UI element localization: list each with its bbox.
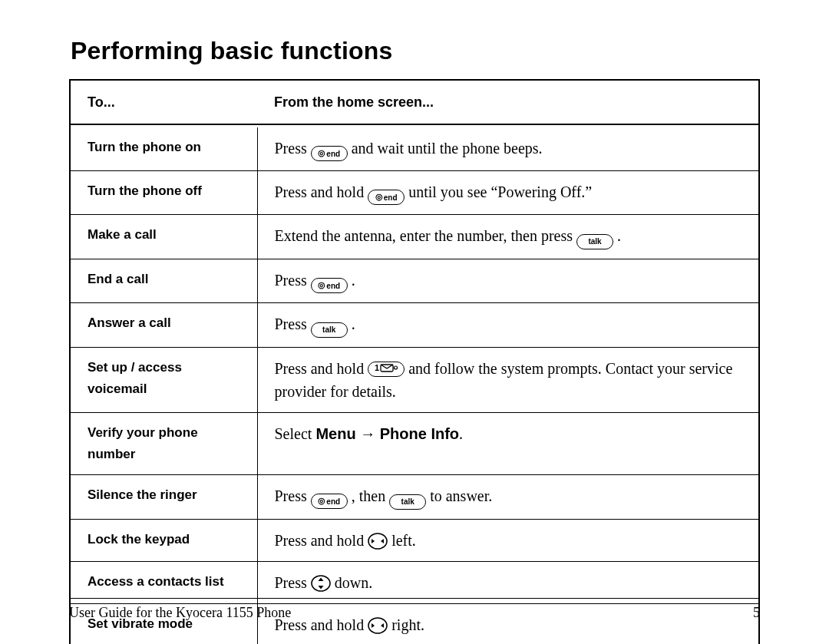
end-key-icon: ◎end [311, 494, 348, 509]
row-label: Turn the phone off [70, 171, 257, 215]
text-pre: Press and hold [275, 360, 368, 377]
text-post: down. [335, 574, 372, 591]
row-label: Answer a call [70, 303, 257, 348]
text-pre: Press [275, 140, 311, 157]
text-pre: Press and hold [275, 183, 368, 200]
text-post: and wait until the phone beeps. [352, 140, 543, 157]
row-desc: Press ◎end and wait until the phone beep… [257, 127, 759, 171]
col-header-to: To... [70, 80, 257, 124]
row-desc: Extend the antenna, enter the number, th… [257, 215, 759, 259]
row-desc: Press talk . [257, 303, 759, 348]
table-header-row: To... From the home screen... [70, 80, 759, 124]
text-post: . [617, 227, 621, 244]
table-row: Set up / access voicemail Press and hold… [70, 348, 759, 413]
table-row: End a call Press ◎end . [70, 259, 759, 303]
table-row: Make a call Extend the antenna, enter th… [70, 215, 759, 259]
voicemail-key-icon: 1 [368, 362, 405, 377]
nav-up-down-icon [311, 575, 331, 592]
text-mid: , then [352, 487, 389, 504]
footer-left: User Guide for the Kyocera 1155 Phone [69, 605, 291, 621]
row-label: Make a call [70, 215, 257, 259]
nav-left-right-icon [368, 533, 388, 550]
document-page: Performing basic functions To... From th… [0, 0, 829, 644]
table-row: Answer a call Press talk . [70, 303, 759, 348]
table-row: Lock the keypad Press and hold left. [70, 520, 759, 562]
end-key-icon: ◎end [311, 146, 348, 161]
talk-key-icon: talk [311, 322, 348, 338]
text-post: . [459, 425, 463, 442]
row-desc: Press ◎end . [257, 259, 759, 303]
row-desc: Press and hold left. [257, 520, 759, 562]
row-label: Turn the phone on [70, 127, 257, 171]
basic-functions-table: To... From the home screen... Turn the p… [69, 79, 760, 644]
text-post: until you see “Powering Off.” [408, 183, 592, 200]
row-label: Lock the keypad [70, 520, 257, 562]
footer-page-number: 5 [753, 605, 760, 621]
text-post: to answer. [430, 487, 492, 504]
row-label: Set up / access voicemail [70, 348, 257, 413]
row-desc: Press and hold 1 and follow the system p… [257, 348, 759, 413]
svg-text:1: 1 [375, 363, 379, 372]
row-label: End a call [70, 259, 257, 303]
text-post: . [352, 315, 355, 332]
text-pre: Extend the antenna, enter the number, th… [275, 227, 577, 244]
row-desc: Press ◎end , then talk to answer. [257, 475, 759, 520]
end-key-icon: ◎end [368, 190, 405, 205]
talk-key-icon: talk [576, 234, 613, 249]
table-row: Verify your phone number Select Menu → P… [70, 413, 759, 475]
page-title: Performing basic functions [71, 37, 760, 65]
row-desc: Press and hold ◎end until you see “Power… [257, 171, 759, 215]
text-pre: Press and hold [275, 532, 368, 549]
text-pre: Press [275, 315, 311, 332]
row-desc: Select Menu → Phone Info. [257, 413, 759, 475]
table-row: Silence the ringer Press ◎end , then tal… [70, 475, 759, 520]
col-header-from: From the home screen... [257, 80, 759, 124]
end-key-icon: ◎end [311, 278, 348, 293]
table-row: Turn the phone off Press and hold ◎end u… [70, 171, 759, 215]
text-pre: Press [275, 272, 311, 289]
row-label: Verify your phone number [70, 413, 257, 475]
row-label: Silence the ringer [70, 475, 257, 520]
text-post: left. [391, 532, 416, 549]
menu-path: Menu → Phone Info [315, 425, 459, 442]
text-pre: Press [275, 487, 311, 504]
page-footer: User Guide for the Kyocera 1155 Phone 5 [69, 598, 760, 621]
text-post: . [352, 272, 355, 289]
svg-point-3 [368, 533, 387, 549]
table-row: Turn the phone on Press ◎end and wait un… [70, 127, 759, 171]
text-pre: Press [275, 574, 311, 591]
svg-point-2 [395, 366, 398, 369]
text-pre: Select [275, 425, 316, 442]
talk-key-icon: talk [389, 494, 426, 510]
